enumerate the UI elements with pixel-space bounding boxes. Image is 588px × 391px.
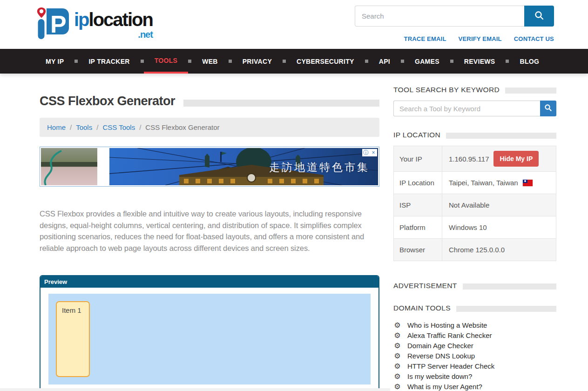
flex-item-1[interactable]: Item 1 [56, 301, 90, 377]
hide-my-ip-button[interactable]: Hide My IP [493, 151, 539, 167]
breadcrumb: Home / Tools / CSS Tools / CSS Flexbox G… [40, 118, 379, 137]
table-row: Platform Windows 10 [394, 216, 556, 238]
table-row: Your IP 1.160.95.117 Hide My IP [394, 146, 556, 171]
breadcrumb-css-tools[interactable]: CSS Tools [102, 123, 135, 131]
ip-row-label: Browser [394, 239, 442, 261]
logo-ip-icon: P [35, 4, 71, 40]
table-row: IP Location Taipei, Taiwan, Taiwan [394, 171, 556, 194]
heading-decoration-bar [446, 133, 556, 139]
list-item[interactable]: ⚙ HTTP Server Header Check [393, 361, 556, 371]
tool-search-button[interactable] [540, 101, 556, 116]
tool-search-input[interactable] [393, 101, 540, 116]
ad-info-icon[interactable]: ⓘ [362, 149, 370, 156]
nav-item-cybersecurity[interactable]: CYBERSECURITY [286, 49, 365, 74]
advertisement-heading: ADVERTISEMENT [393, 282, 457, 290]
nav-separator [188, 60, 191, 63]
logo-tld: .net [138, 30, 153, 39]
nav-separator [506, 60, 509, 63]
search-icon [544, 104, 552, 113]
nav-separator [229, 60, 232, 63]
your-ip-value: 1.160.95.117 [449, 155, 489, 163]
ad-main-image[interactable]: 走訪地道特色市集 ⓘ × [109, 148, 378, 185]
contact-us-link[interactable]: CONTACT US [514, 35, 554, 42]
preview-title: Preview [44, 278, 67, 285]
user-agent-link[interactable]: What is my User Agent? [407, 382, 482, 391]
sidebar: TOOL SEARCH BY KEYWORD IP LOCATION Your … [393, 74, 556, 391]
http-header-check-link[interactable]: HTTP Server Header Check [407, 361, 494, 371]
ip-location-heading-row: IP LOCATION [393, 131, 556, 139]
breadcrumb-separator: / [70, 123, 72, 131]
header-search-area [355, 6, 554, 27]
who-is-hosting-link[interactable]: Who is Hosting a Website [407, 320, 487, 330]
preview-panel: Preview Item 1 [40, 275, 379, 391]
taiwan-flag-icon [523, 180, 533, 186]
logo-wordmark: iplocation .net [74, 10, 153, 29]
nav-separator [141, 60, 144, 63]
reverse-dns-link[interactable]: Reverse DNS Lookup [407, 351, 475, 361]
list-item[interactable]: ⚙ Alexa Traffic Rank Checker [393, 330, 556, 341]
nav-item-blog[interactable]: BLOG [509, 49, 550, 74]
list-item[interactable]: ⚙ Is my website down? [393, 371, 556, 382]
nav-item-tools[interactable]: TOOLS [144, 49, 188, 74]
logo-word-location: location [89, 9, 153, 30]
ip-row-label: Platform [394, 216, 442, 238]
list-item[interactable]: ⚙ Who is Hosting a Website [393, 320, 556, 330]
isp-value: Not Available [449, 201, 489, 209]
nav-item-api[interactable]: API [368, 49, 401, 74]
preview-panel-header: Preview [41, 276, 378, 288]
nav-separator [74, 60, 78, 63]
heading-decoration-bar [463, 283, 556, 290]
ip-location-heading: IP LOCATION [393, 131, 440, 139]
site-logo[interactable]: P iplocation .net [35, 4, 153, 40]
breadcrumb-home[interactable]: Home [47, 123, 66, 131]
breadcrumb-tools[interactable]: Tools [76, 123, 92, 131]
ad-banner[interactable]: 走訪地道特色市集 ⓘ × [40, 147, 379, 187]
tool-search-heading: TOOL SEARCH BY KEYWORD [393, 86, 500, 94]
gear-icon: ⚙ [393, 341, 401, 351]
list-item[interactable]: ⚙ Reverse DNS Lookup [393, 351, 556, 361]
ad-badges: ⓘ × [362, 149, 377, 156]
domain-tools-heading: DOMAIN TOOLS [393, 304, 451, 312]
nav-item-my-ip[interactable]: MY IP [35, 49, 74, 74]
list-item[interactable]: ⚙ Domain Age Checker [393, 341, 556, 351]
table-row: Browser Chrome 125.0.0.0 [394, 238, 556, 261]
domain-tools-heading-row: DOMAIN TOOLS [393, 304, 556, 312]
platform-value: Windows 10 [449, 223, 487, 231]
ad-thumbnail-image[interactable] [41, 148, 97, 185]
website-down-link[interactable]: Is my website down? [407, 371, 472, 382]
gear-icon: ⚙ [393, 320, 401, 330]
nav-item-privacy[interactable]: PRIVACY [232, 49, 283, 74]
ad-close-icon[interactable]: × [370, 149, 377, 156]
nav-item-reviews[interactable]: REVIEWS [453, 49, 506, 74]
tool-search-heading-row: TOOL SEARCH BY KEYWORD [393, 86, 556, 94]
nav-item-ip-tracker[interactable]: IP TRACKER [78, 49, 140, 74]
nav-item-games[interactable]: GAMES [404, 49, 450, 74]
search-icon [534, 10, 544, 22]
ip-row-label: IP Location [394, 172, 442, 194]
breadcrumb-separator: / [96, 123, 98, 131]
ip-info-table: Your IP 1.160.95.117 Hide My IP IP Locat… [393, 146, 556, 261]
gear-icon: ⚙ [393, 382, 401, 391]
alexa-rank-link[interactable]: Alexa Traffic Rank Checker [407, 330, 492, 341]
svg-text:P: P [50, 11, 67, 38]
advertisement-heading-row: ADVERTISEMENT [393, 282, 556, 290]
site-search-button[interactable] [524, 6, 554, 27]
header-quick-links: TRACE EMAIL VERIFY EMAIL CONTACT US [404, 35, 554, 42]
verify-email-link[interactable]: VERIFY EMAIL [459, 35, 502, 42]
nav-separator [365, 60, 368, 63]
footer-strip [0, 388, 390, 391]
heading-decoration-bar [505, 88, 556, 94]
breadcrumb-current: CSS Flexbox Generator [145, 123, 219, 131]
site-search-input[interactable] [355, 6, 524, 27]
site-header: P iplocation .net TRACE EMAIL VERIFY EMA… [0, 0, 588, 49]
domain-age-link[interactable]: Domain Age Checker [407, 341, 473, 351]
main-nav: MY IP IP TRACKER TOOLS WEB PRIVACY CYBER… [0, 49, 588, 74]
nav-separator [283, 60, 286, 63]
nav-item-web[interactable]: WEB [191, 49, 229, 74]
nav-separator [401, 60, 404, 63]
trace-email-link[interactable]: TRACE EMAIL [404, 35, 446, 42]
table-row: ISP Not Available [394, 194, 556, 216]
gear-icon: ⚙ [393, 371, 401, 382]
list-item[interactable]: ⚙ What is my User Agent? [393, 382, 556, 391]
gear-icon: ⚙ [393, 361, 401, 371]
